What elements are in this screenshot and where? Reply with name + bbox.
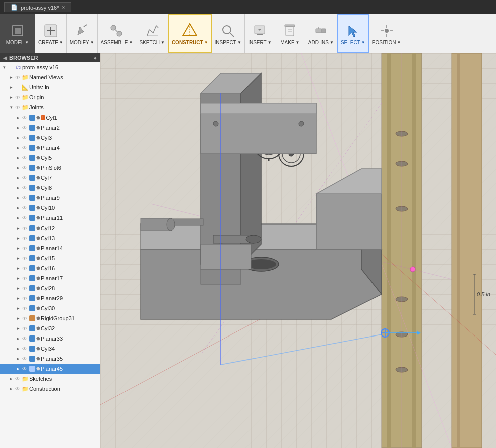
tree-item-planar17[interactable]: ▸👁⬟Planar17 xyxy=(0,273,100,283)
expand-arrow[interactable]: ▸ xyxy=(15,125,21,130)
visibility-icon[interactable]: 👁 xyxy=(21,366,28,372)
expand-arrow[interactable]: ▸ xyxy=(15,195,21,200)
expand-arrow[interactable]: ▸ xyxy=(15,336,21,341)
visibility-icon[interactable]: 👁 xyxy=(21,226,28,231)
tree-item-cyl16[interactable]: ▸👁⬟Cyl16 xyxy=(0,263,100,273)
expand-arrow[interactable]: ▸ xyxy=(15,266,21,271)
tree-item-root[interactable]: ▾🗂proto-assy v16 xyxy=(0,62,100,72)
tree-item-cyl5[interactable]: ▸👁⬟Cyl5 xyxy=(0,153,100,163)
expand-arrow[interactable]: ▸ xyxy=(15,306,21,311)
tree-item-cyl32[interactable]: ▸👁⬟Cyl32 xyxy=(0,323,100,333)
toolbar-modify[interactable]: MODIFY ▼ xyxy=(67,14,98,53)
visibility-icon[interactable]: 👁 xyxy=(21,306,28,311)
visibility-icon[interactable]: 👁 xyxy=(21,346,28,352)
tree-item-planar11[interactable]: ▸👁⬟Planar11 xyxy=(0,213,100,223)
toolbar-inspect[interactable]: INSPECT ▼ xyxy=(212,14,245,53)
visibility-icon[interactable]: 👁 xyxy=(21,205,28,211)
visibility-icon[interactable]: 👁 xyxy=(21,326,28,331)
tree-item-cyl28[interactable]: ▸👁⬟Cyl28 xyxy=(0,283,100,293)
visibility-icon[interactable]: 👁 xyxy=(21,165,28,171)
visibility-icon[interactable]: 👁 xyxy=(21,316,28,321)
expand-arrow[interactable]: ▸ xyxy=(15,256,21,261)
tree-item-planar2[interactable]: ▸👁⬟Planar2 xyxy=(0,123,100,133)
visibility-icon[interactable]: 👁 xyxy=(21,246,28,251)
expand-arrow[interactable]: ▸ xyxy=(15,286,21,291)
expand-arrow[interactable]: ▸ xyxy=(15,185,21,190)
expand-arrow[interactable]: ▸ xyxy=(15,276,21,281)
tree-item-planar9[interactable]: ▸👁⬟Planar9 xyxy=(0,193,100,203)
toolbar-addins[interactable]: ADD-INS ▼ xyxy=(305,14,337,53)
expand-arrow[interactable]: ▸ xyxy=(8,75,14,80)
visibility-icon[interactable]: 👁 xyxy=(14,75,21,80)
document-tab[interactable]: 📄 proto-assy v16* × xyxy=(4,2,71,12)
expand-arrow[interactable]: ▸ xyxy=(8,95,14,100)
visibility-icon[interactable]: 👁 xyxy=(21,135,28,141)
tree-item-units[interactable]: ▸📐Units: in xyxy=(0,82,100,92)
visibility-icon[interactable]: 👁 xyxy=(21,145,28,151)
tree-item-planar14[interactable]: ▸👁⬟Planar14 xyxy=(0,243,100,253)
visibility-icon[interactable]: 👁 xyxy=(21,175,28,181)
visibility-icon[interactable]: 👁 xyxy=(14,105,21,110)
expand-arrow[interactable]: ▸ xyxy=(15,316,21,321)
toolbar-make[interactable]: MAKE ▼ xyxy=(275,14,305,53)
close-tab-button[interactable]: × xyxy=(62,5,65,10)
browser-options[interactable]: ● xyxy=(94,55,97,61)
tree-item-cyl30[interactable]: ▸👁⬟Cyl30 xyxy=(0,303,100,313)
tree-item-sketches[interactable]: ▸👁📁Sketches xyxy=(0,374,100,384)
expand-arrow[interactable]: ▸ xyxy=(15,165,21,170)
tree-item-cyl34[interactable]: ▸👁⬟Cyl34 xyxy=(0,344,100,354)
visibility-icon[interactable]: 👁 xyxy=(21,266,28,271)
visibility-icon[interactable]: 👁 xyxy=(21,276,28,281)
tree-item-planar4[interactable]: ▸👁⬟Planar4 xyxy=(0,143,100,153)
tree-item-cyl12[interactable]: ▸👁⬟Cyl12 xyxy=(0,223,100,233)
expand-arrow[interactable]: ▸ xyxy=(8,376,14,381)
expand-arrow[interactable]: ▸ xyxy=(15,115,21,120)
expand-arrow[interactable]: ▸ xyxy=(15,205,21,210)
visibility-icon[interactable]: 👁 xyxy=(21,336,28,342)
expand-arrow[interactable]: ▸ xyxy=(15,175,21,180)
toolbar-create[interactable]: CREATE ▼ xyxy=(35,14,67,53)
tree-item-cyl3[interactable]: ▸👁⬟Cyl3 xyxy=(0,133,100,143)
expand-arrow[interactable]: ▸ xyxy=(8,85,14,90)
visibility-icon[interactable]: 👁 xyxy=(21,286,28,291)
expand-arrow[interactable]: ▸ xyxy=(15,155,21,160)
tree-item-joints[interactable]: ▾👁📁Joints xyxy=(0,102,100,113)
visibility-icon[interactable]: 👁 xyxy=(21,236,28,241)
visibility-icon[interactable]: 👁 xyxy=(21,296,28,301)
toolbar-assemble[interactable]: ASSEMBLE ▼ xyxy=(98,14,137,53)
tree-item-rigidgroup31[interactable]: ▸👁⬟RigidGroup31 xyxy=(0,313,100,323)
tree-item-planar29[interactable]: ▸👁⬟Planar29 xyxy=(0,293,100,303)
expand-arrow[interactable]: ▸ xyxy=(15,366,21,371)
tree-item-cyl13[interactable]: ▸👁⬟Cyl13 xyxy=(0,233,100,243)
toolbar-sketch[interactable]: SKETCH ▼ xyxy=(136,14,168,53)
visibility-icon[interactable]: 👁 xyxy=(21,185,28,191)
tree-item-cyl15[interactable]: ▸👁⬟Cyl15 xyxy=(0,253,100,263)
viewport[interactable]: 0.5 in xyxy=(100,53,496,448)
expand-arrow[interactable]: ▸ xyxy=(15,226,21,231)
toolbar-model[interactable]: MODEL ▼ xyxy=(0,14,35,53)
tree-item-cyl7[interactable]: ▸👁⬟Cyl7 xyxy=(0,173,100,183)
tree-item-pinslot6[interactable]: ▸👁⬟PinSlot6 xyxy=(0,163,100,173)
tree-item-planar33[interactable]: ▸👁⬟Planar33 xyxy=(0,333,100,344)
toolbar-position[interactable]: POSITION ▼ xyxy=(369,14,405,53)
expand-arrow[interactable]: ▸ xyxy=(15,246,21,251)
visibility-icon[interactable]: 👁 xyxy=(21,125,28,131)
expand-arrow[interactable]: ▸ xyxy=(15,236,21,241)
visibility-icon[interactable]: 👁 xyxy=(21,195,28,201)
expand-arrow[interactable]: ▸ xyxy=(15,135,21,140)
toolbar-insert[interactable]: INSERT ▼ xyxy=(245,14,275,53)
browser-collapse-arrow[interactable]: ◀ xyxy=(3,55,7,61)
visibility-icon[interactable]: 👁 xyxy=(14,386,21,392)
tree-item-cyl10[interactable]: ▸👁⬟Cyl10 xyxy=(0,203,100,213)
visibility-icon[interactable]: 👁 xyxy=(21,115,28,121)
expand-arrow[interactable]: ▸ xyxy=(8,386,14,391)
expand-arrow[interactable]: ▸ xyxy=(15,145,21,150)
expand-arrow[interactable]: ▾ xyxy=(1,65,7,70)
expand-arrow[interactable]: ▸ xyxy=(15,346,21,351)
expand-arrow[interactable]: ▸ xyxy=(15,296,21,301)
tree-item-cyl8[interactable]: ▸👁⬟Cyl8 xyxy=(0,183,100,193)
visibility-icon[interactable]: 👁 xyxy=(21,155,28,161)
tree-item-cyl1[interactable]: ▸👁⬟!Cyl1 xyxy=(0,113,100,123)
tree-item-named-views[interactable]: ▸👁📁Named Views xyxy=(0,72,100,82)
visibility-icon[interactable]: 👁 xyxy=(14,376,21,382)
